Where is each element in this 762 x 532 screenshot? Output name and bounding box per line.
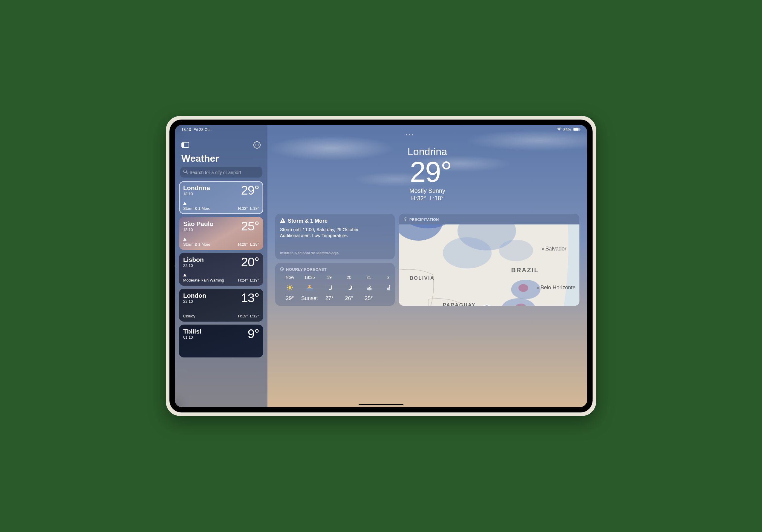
city-name: São Paulo — [183, 221, 214, 227]
city-time: 18:10 — [183, 227, 214, 232]
alert-panel[interactable]: Storm & 1 More Storm until 11:00, Saturd… — [275, 214, 395, 260]
hour-time: 20 — [346, 275, 351, 280]
status-bar: 18:10 Fri 28 Oct 86% — [175, 125, 587, 133]
alert-source: Instituto Nacional de Meteorologia — [280, 251, 390, 255]
svg-point-14 — [289, 286, 291, 289]
precip-map[interactable]: ManausSão LuísFortalezaSalvadorBRAZILBOL… — [399, 224, 579, 306]
city-card-sopaulo[interactable]: São Paulo18:1025°Storm & 1 MoreH:29° L:1… — [179, 217, 263, 250]
warning-icon — [183, 238, 210, 241]
city-hilo: H:32° L:18° — [238, 206, 259, 211]
hour-temp: 25° — [364, 295, 373, 302]
map-label: Salvador — [545, 246, 567, 252]
home-indicator[interactable] — [358, 404, 404, 405]
hour-item: 2026° — [339, 275, 359, 302]
bezel: 18:10 Fri 28 Oct 86% Weather Londrina18:… — [170, 119, 592, 413]
svg-rect-4 — [182, 143, 185, 147]
city-hilo: H:29° L:19° — [238, 242, 259, 247]
city-card-londrina[interactable]: Londrina18:1029°Storm & 1 MoreH:32° L:18… — [179, 181, 263, 214]
umbrella-icon — [404, 217, 408, 222]
map-label: PARAGUAY — [443, 302, 476, 306]
svg-point-7 — [257, 145, 258, 146]
hourly-row[interactable]: Now29°18:35Sunset1927°2026°2125°2 — [280, 275, 390, 302]
city-hilo — [257, 350, 259, 354]
hour-time: 18:35 — [304, 275, 315, 280]
sun-icon — [286, 284, 293, 291]
screen: 18:10 Fri 28 Oct 86% Weather Londrina18:… — [175, 125, 587, 407]
search-input[interactable] — [190, 170, 259, 175]
city-time: 22:10 — [183, 263, 204, 268]
hour-item: 2125° — [359, 275, 379, 302]
svg-point-29 — [387, 287, 390, 290]
city-card-lisbon[interactable]: Lisbon22:1020°Moderate Rain WarningH:24°… — [179, 253, 263, 286]
precip-header: PRECIPITATION — [410, 218, 439, 222]
city-condition: Storm & 1 More — [183, 202, 210, 211]
search-icon — [183, 170, 188, 175]
svg-line-21 — [291, 285, 292, 286]
wifi-icon — [557, 128, 562, 131]
svg-line-20 — [291, 289, 292, 290]
hour-temp: 29° — [286, 295, 294, 302]
hero-hilo: H:32° L:18° — [275, 195, 579, 202]
map-label: BOLIVIA — [410, 275, 434, 281]
hero: Londrina 29° Mostly Sunny H:32° L:18° — [275, 146, 579, 202]
svg-point-6 — [255, 145, 256, 146]
hour-time: Now — [286, 275, 294, 280]
city-temp: 13° — [241, 292, 259, 304]
svg-line-10 — [186, 173, 188, 174]
status-time: 18:10 — [182, 127, 191, 132]
hour-time: 2 — [387, 275, 390, 280]
hour-time: 19 — [327, 275, 332, 280]
map-label: BRAZIL — [511, 266, 539, 273]
city-time: 18:10 — [183, 191, 210, 196]
svg-point-38 — [443, 237, 492, 268]
svg-point-39 — [499, 240, 533, 261]
hour-temp: 26° — [345, 295, 353, 302]
svg-point-51 — [542, 248, 544, 250]
clock-icon — [280, 267, 284, 272]
svg-line-22 — [288, 289, 288, 290]
multitask-dots[interactable] — [406, 134, 413, 135]
city-time: 01:10 — [183, 335, 201, 340]
mooncloud-icon — [385, 284, 390, 291]
city-name: Tbilisi — [183, 328, 201, 335]
svg-line-19 — [288, 285, 288, 286]
city-condition: Cloudy — [183, 314, 195, 318]
city-list: Londrina18:1029°Storm & 1 MoreH:32° L:18… — [179, 181, 263, 357]
battery-icon — [573, 128, 580, 131]
city-temp: 25° — [241, 221, 259, 232]
sidebar: Weather Londrina18:1029°Storm & 1 MoreH:… — [175, 125, 267, 407]
status-date: Fri 28 Oct — [193, 127, 211, 132]
city-card-london[interactable]: London22:1013°CloudyH:19° L:12° — [179, 289, 263, 322]
alert-body: Storm until 11:00, Saturday, 29 October.… — [280, 227, 390, 239]
search-field[interactable] — [180, 167, 262, 178]
warning-icon — [280, 218, 285, 224]
city-name: Lisbon — [183, 257, 204, 263]
hourly-panel[interactable]: HOURLY FORECAST Now29°18:35Sunset1927°20… — [275, 263, 395, 306]
city-card-tbilisi[interactable]: Tbilisi01:109° — [179, 325, 263, 357]
hour-item: 18:35Sunset — [300, 275, 320, 302]
svg-rect-1 — [573, 128, 578, 131]
svg-rect-2 — [580, 129, 580, 130]
svg-point-26 — [328, 286, 328, 286]
warning-icon — [183, 202, 210, 205]
main-content: Londrina 29° Mostly Sunny H:32° L:18° St… — [267, 125, 587, 407]
ipad-frame: 18:10 Fri 28 Oct 86% Weather Londrina18:… — [166, 116, 596, 416]
hour-temp: 27° — [325, 295, 333, 302]
precipitation-panel[interactable]: PRECIPITATION — [399, 214, 579, 306]
svg-point-8 — [258, 145, 259, 146]
mooncloud-icon — [365, 284, 372, 291]
sunset-icon — [306, 284, 313, 291]
svg-point-12 — [282, 221, 283, 222]
sidebar-title: Weather — [179, 149, 263, 167]
more-menu-icon[interactable] — [253, 141, 261, 149]
svg-rect-11 — [282, 220, 283, 221]
city-hilo: H:19° L:12° — [238, 314, 259, 318]
moon-icon — [346, 284, 352, 291]
hour-time: 21 — [366, 275, 371, 280]
hour-temp: Sunset — [301, 295, 318, 302]
hour-item: Now29° — [280, 275, 300, 302]
city-name: Londrina — [183, 185, 210, 191]
map-label: Belo Horizonte — [540, 284, 575, 290]
sidebar-toggle-icon[interactable] — [182, 142, 189, 148]
city-temp: 29° — [241, 185, 259, 196]
